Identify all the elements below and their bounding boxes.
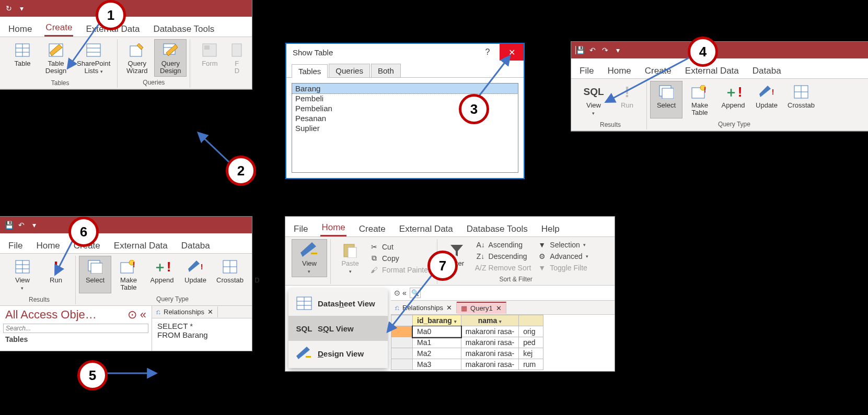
row-selector[interactable] bbox=[391, 326, 413, 337]
list-item[interactable]: Suplier bbox=[292, 123, 518, 133]
cell-id[interactable]: Ma3 bbox=[413, 359, 461, 370]
redo-icon[interactable]: ↻ bbox=[4, 4, 14, 13]
button-append[interactable]: ＋! Append bbox=[717, 81, 749, 118]
tab-file[interactable]: File bbox=[7, 238, 24, 253]
button-partial[interactable]: D bbox=[248, 256, 266, 293]
row-selector[interactable] bbox=[391, 359, 413, 370]
dialog-help-button[interactable]: ? bbox=[476, 44, 500, 61]
button-query-wizard[interactable]: Query Wizard bbox=[121, 39, 153, 77]
button-descending[interactable]: Z↓Descending bbox=[473, 251, 535, 262]
tab-external-data[interactable]: External Data bbox=[113, 238, 169, 253]
row-selector-header[interactable] bbox=[391, 315, 413, 326]
sql-editor[interactable]: SELECT * FROM Barang bbox=[152, 318, 252, 351]
button-table-design[interactable]: Table Design bbox=[40, 39, 72, 77]
button-form-partial[interactable]: F D bbox=[227, 39, 247, 77]
button-make-table[interactable]: ! Make Table bbox=[684, 81, 716, 118]
cell-nama[interactable]: makaroni rasa- bbox=[461, 348, 518, 359]
tab-database-tools[interactable]: Databa bbox=[751, 63, 782, 78]
cell-ext[interactable]: orig bbox=[519, 326, 543, 337]
button-crosstab[interactable]: Crosstab bbox=[784, 81, 818, 118]
cell-nama[interactable]: makaroni rasa- bbox=[461, 337, 518, 348]
dialog-tab-tables[interactable]: Tables bbox=[292, 64, 328, 78]
button-form[interactable]: Form bbox=[193, 39, 226, 77]
tab-database-tools[interactable]: Database Tools bbox=[152, 21, 215, 37]
cell-ext[interactable]: ped bbox=[519, 337, 543, 348]
column-header-nama[interactable]: nama ▾ bbox=[461, 315, 518, 326]
navigation-pane[interactable]: All Access Obje… ⊙ « Search... Tables bbox=[0, 306, 152, 351]
dialog-table-list[interactable]: Barang Pembeli Pembelian Pesanan Suplier bbox=[292, 83, 518, 173]
cell-nama[interactable]: makaroni rasa- bbox=[461, 359, 518, 370]
nav-pane-header[interactable]: All Access Obje… ⊙ « bbox=[0, 306, 152, 323]
button-advanced[interactable]: ⚙Advanced ▾ bbox=[534, 251, 591, 262]
button-table[interactable]: Table bbox=[6, 39, 39, 77]
tab-home[interactable]: Home bbox=[35, 238, 61, 253]
search-icon[interactable]: 🔍 bbox=[410, 288, 421, 298]
button-paste[interactable]: Paste▾ bbox=[334, 239, 366, 277]
button-make-table[interactable]: ! Make Table bbox=[112, 256, 145, 293]
save-icon[interactable]: 💾 bbox=[575, 45, 585, 55]
tab-create[interactable]: Create bbox=[44, 19, 73, 37]
button-select[interactable]: Select bbox=[650, 81, 682, 118]
tab-home[interactable]: Home bbox=[7, 21, 33, 37]
button-view[interactable]: View▾ bbox=[292, 239, 327, 277]
button-view[interactable]: SQL View▾ bbox=[577, 81, 610, 119]
tab-file[interactable]: File bbox=[578, 63, 595, 78]
nav-section-tables[interactable]: Tables bbox=[0, 334, 152, 345]
save-icon[interactable]: 💾 bbox=[4, 220, 14, 230]
button-format-painter[interactable]: 🖌Format Painter bbox=[366, 264, 434, 276]
button-query-design[interactable]: Query Design bbox=[154, 39, 187, 77]
doc-tab-relationships[interactable]: ⎌ Relationships ✕ bbox=[391, 302, 457, 313]
button-toggle-filter[interactable]: ▼Toggle Filte bbox=[534, 262, 591, 274]
tab-create[interactable]: Create bbox=[644, 63, 673, 78]
nav-collapse-icon[interactable]: ⊙ « bbox=[394, 289, 407, 297]
dialog-close-button[interactable]: ✕ bbox=[500, 44, 524, 61]
tab-database-tools[interactable]: Databa bbox=[180, 238, 211, 253]
dialog-tab-queries[interactable]: Queries bbox=[329, 64, 370, 77]
row-selector[interactable] bbox=[391, 337, 413, 348]
view-sql[interactable]: SQL SQL View bbox=[288, 316, 388, 341]
cell-id[interactable]: Ma1 bbox=[413, 337, 461, 348]
button-update[interactable]: ! Update bbox=[750, 81, 783, 118]
view-design[interactable]: Design View bbox=[288, 341, 388, 366]
tab-home[interactable]: Home bbox=[606, 63, 632, 78]
button-run[interactable]: ! Run bbox=[611, 81, 643, 119]
close-tab-icon[interactable]: ✕ bbox=[207, 308, 213, 316]
button-update[interactable]: ! Update bbox=[179, 256, 212, 293]
qat-dropdown-icon[interactable]: ▾ bbox=[17, 4, 26, 13]
button-run[interactable]: ! Run bbox=[40, 256, 72, 294]
qat-dropdown-icon[interactable]: ▾ bbox=[29, 220, 39, 230]
tab-help[interactable]: Help bbox=[540, 221, 561, 236]
cell-ext[interactable]: rum bbox=[519, 359, 543, 370]
datasheet-grid[interactable]: id_barang ▾ nama ▾ Ma0 makaroni rasa- or… bbox=[391, 315, 543, 370]
redo-icon[interactable]: ↷ bbox=[600, 45, 610, 55]
nav-collapse-icon[interactable]: ⊙ « bbox=[128, 308, 146, 322]
cell-id[interactable]: Ma2 bbox=[413, 348, 461, 359]
tab-external-data[interactable]: External Data bbox=[398, 221, 454, 236]
button-selection[interactable]: ▼Selection ▾ bbox=[534, 239, 591, 251]
button-view[interactable]: View▾ bbox=[6, 256, 39, 294]
button-select[interactable]: Select bbox=[79, 256, 111, 293]
cell-id[interactable]: Ma0 bbox=[413, 326, 461, 337]
button-sharepoint-lists[interactable]: SharePoint Lists ▾ bbox=[73, 39, 114, 77]
column-header-id[interactable]: id_barang ▾ bbox=[413, 315, 461, 326]
tab-external-data[interactable]: External Data bbox=[684, 63, 740, 78]
close-tab-icon[interactable]: ✕ bbox=[446, 304, 452, 312]
list-item[interactable]: Barang bbox=[292, 84, 518, 93]
column-header-extra[interactable] bbox=[519, 315, 543, 326]
tab-create[interactable]: Create bbox=[358, 221, 387, 236]
button-crosstab[interactable]: Crosstab bbox=[213, 256, 247, 293]
tab-file[interactable]: File bbox=[293, 221, 309, 236]
view-datasheet[interactable]: Datasheet View bbox=[288, 291, 388, 316]
button-cut[interactable]: ✂Cut bbox=[366, 241, 434, 253]
dialog-tab-both[interactable]: Both bbox=[371, 64, 401, 77]
close-tab-icon[interactable]: ✕ bbox=[496, 304, 502, 312]
tab-home[interactable]: Home bbox=[320, 219, 346, 236]
cell-nama[interactable]: makaroni rasa- bbox=[461, 326, 518, 337]
doc-tab-query1[interactable]: ▦ Query1 ✕ bbox=[457, 302, 506, 314]
tab-database-tools[interactable]: Database Tools bbox=[466, 221, 529, 236]
button-remove-sort[interactable]: A/ZRemove Sort bbox=[473, 262, 535, 274]
qat-dropdown-icon[interactable]: ▾ bbox=[613, 45, 622, 55]
button-append[interactable]: ＋! Append bbox=[146, 256, 178, 293]
button-ascending[interactable]: A↓Ascending bbox=[473, 239, 535, 251]
row-selector[interactable] bbox=[391, 348, 413, 359]
